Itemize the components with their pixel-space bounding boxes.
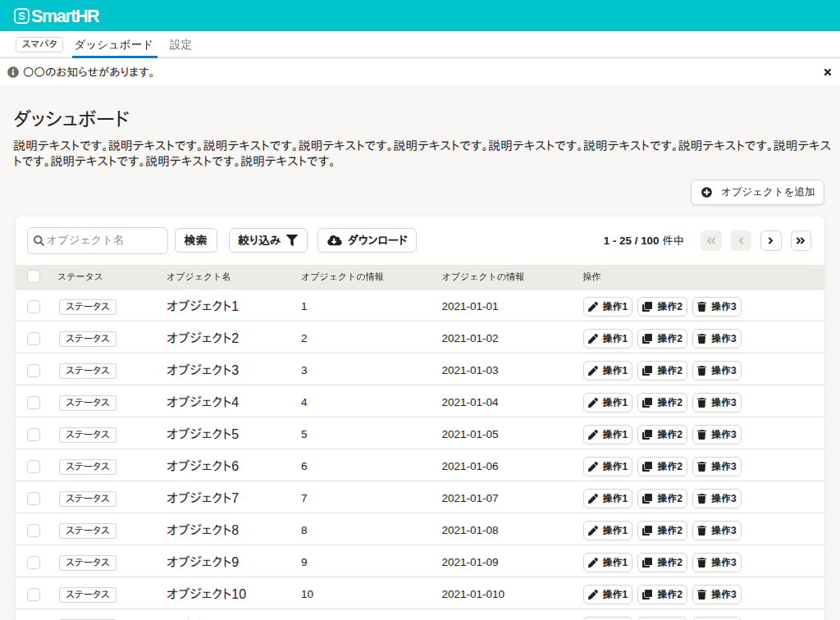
svg-text:S: S [18,11,25,22]
